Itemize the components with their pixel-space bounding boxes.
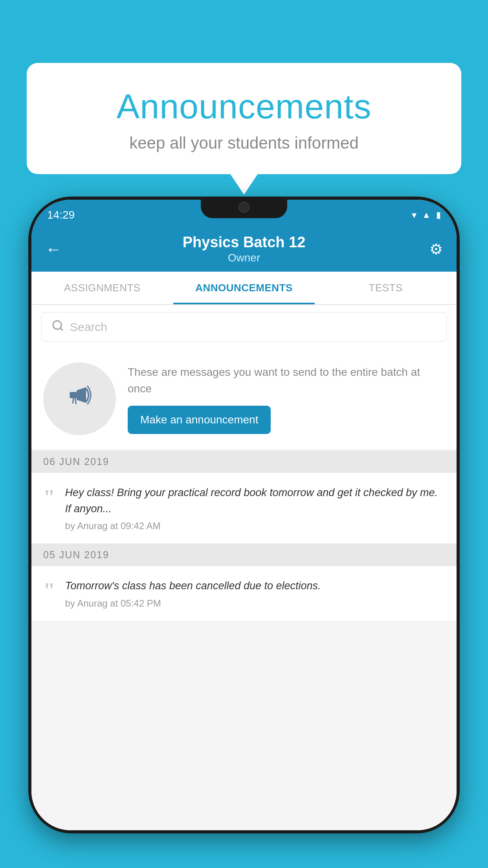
announcement-meta-2: by Anurag at 05:42 PM xyxy=(65,598,445,609)
tab-assignments[interactable]: ASSIGNMENTS xyxy=(31,272,173,304)
phone-camera xyxy=(238,202,250,213)
announcement-item-1[interactable]: " Hey class! Bring your practical record… xyxy=(31,473,457,544)
tab-tests[interactable]: TESTS xyxy=(315,272,457,304)
make-announcement-button[interactable]: Make an announcement xyxy=(128,406,271,434)
svg-rect-2 xyxy=(70,392,77,398)
megaphone-icon xyxy=(64,379,95,418)
search-container: Search xyxy=(31,305,457,349)
back-button[interactable]: ← xyxy=(45,240,69,259)
quote-icon-1: " xyxy=(43,486,55,508)
app-header: ← Physics Batch 12 Owner ⚙ xyxy=(31,226,457,272)
search-placeholder: Search xyxy=(70,320,107,334)
announcement-item-2[interactable]: " Tomorrow's class has been cancelled du… xyxy=(31,566,457,621)
tab-bar: ASSIGNMENTS ANNOUNCEMENTS TESTS xyxy=(31,272,457,305)
battery-icon: ▮ xyxy=(436,210,441,220)
svg-line-4 xyxy=(75,399,76,404)
header-title: Physics Batch 12 xyxy=(69,234,419,251)
svg-line-3 xyxy=(73,398,73,403)
date-separator-2: 05 JUN 2019 xyxy=(31,544,457,566)
bubble-title: Announcements xyxy=(46,86,442,127)
phone-wrapper: 14:29 ▾ ▲ ▮ ← Physics Batch 12 Owner ⚙ xyxy=(28,197,460,868)
signal-icon: ▲ xyxy=(422,210,431,220)
phone-notch xyxy=(201,197,287,218)
prompt-content: These are messages you want to send to t… xyxy=(128,364,445,434)
megaphone-circle xyxy=(43,362,116,435)
speech-bubble-section: Announcements keep all your students inf… xyxy=(27,63,461,174)
speech-bubble: Announcements keep all your students inf… xyxy=(27,63,461,174)
phone-screen: 14:29 ▾ ▲ ▮ ← Physics Batch 12 Owner ⚙ xyxy=(31,200,457,830)
search-icon xyxy=(51,319,64,335)
header-title-area: Physics Batch 12 Owner xyxy=(69,234,419,264)
search-bar[interactable]: Search xyxy=(41,312,447,342)
tab-announcements[interactable]: ANNOUNCEMENTS xyxy=(173,272,315,304)
settings-icon[interactable]: ⚙ xyxy=(419,241,443,258)
status-time: 14:29 xyxy=(47,209,75,221)
status-icons: ▾ ▲ ▮ xyxy=(412,210,441,221)
prompt-description: These are messages you want to send to t… xyxy=(128,364,445,397)
announcement-meta-1: by Anurag at 09:42 AM xyxy=(65,520,445,531)
announcement-text-2: Tomorrow's class has been cancelled due … xyxy=(65,578,445,594)
quote-icon-2: " xyxy=(43,579,55,601)
phone-frame: 14:29 ▾ ▲ ▮ ← Physics Batch 12 Owner ⚙ xyxy=(28,197,460,833)
announcement-content-2: Tomorrow's class has been cancelled due … xyxy=(65,578,445,609)
date-separator-1: 06 JUN 2019 xyxy=(31,451,457,473)
wifi-icon: ▾ xyxy=(412,210,416,221)
svg-line-1 xyxy=(60,328,62,330)
announcement-prompt: These are messages you want to send to t… xyxy=(31,349,457,449)
bubble-subtitle: keep all your students informed xyxy=(46,134,442,153)
announcement-text-1: Hey class! Bring your practical record b… xyxy=(65,485,445,517)
header-subtitle: Owner xyxy=(69,252,419,264)
content-area: Search xyxy=(31,305,457,830)
announcement-content-1: Hey class! Bring your practical record b… xyxy=(65,485,445,531)
